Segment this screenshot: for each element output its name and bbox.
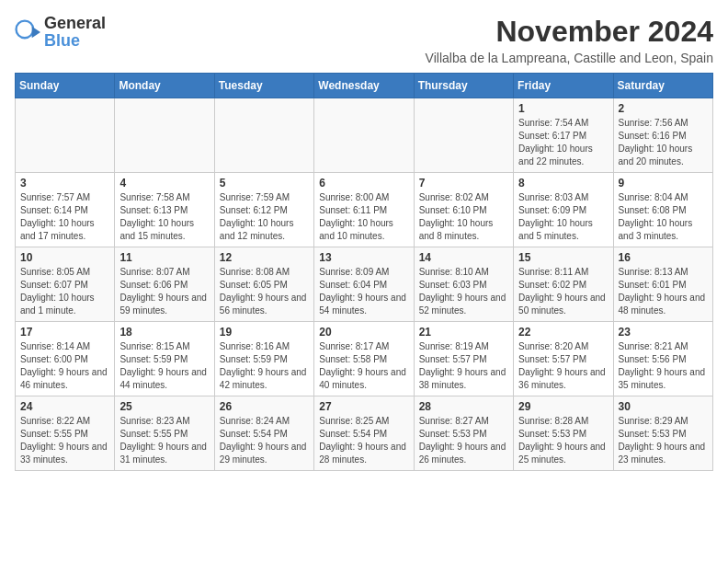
day-number: 18 xyxy=(119,326,209,339)
day-number: 29 xyxy=(518,400,608,413)
day-number: 27 xyxy=(319,400,408,413)
weekday-header: Sunday xyxy=(16,74,115,98)
calendar-cell: 4Sunrise: 7:58 AM Sunset: 6:13 PM Daylig… xyxy=(115,173,214,247)
day-number: 23 xyxy=(619,326,708,339)
day-info: Sunrise: 8:09 AM Sunset: 6:04 PM Dayligh… xyxy=(319,266,408,317)
weekday-header: Saturday xyxy=(613,74,712,98)
calendar-cell: 20Sunrise: 8:17 AM Sunset: 5:58 PM Dayli… xyxy=(314,322,414,396)
calendar-cell xyxy=(314,98,414,173)
calendar-cell: 3Sunrise: 7:57 AM Sunset: 6:14 PM Daylig… xyxy=(16,173,115,247)
day-number: 13 xyxy=(319,251,408,264)
day-number: 17 xyxy=(20,326,109,339)
calendar-cell: 10Sunrise: 8:05 AM Sunset: 6:07 PM Dayli… xyxy=(16,247,115,322)
day-info: Sunrise: 8:07 AM Sunset: 6:06 PM Dayligh… xyxy=(119,266,209,317)
calendar-cell: 16Sunrise: 8:13 AM Sunset: 6:01 PM Dayli… xyxy=(613,247,712,322)
day-info: Sunrise: 8:29 AM Sunset: 5:53 PM Dayligh… xyxy=(619,415,708,466)
day-info: Sunrise: 8:10 AM Sunset: 6:03 PM Dayligh… xyxy=(419,266,508,317)
day-info: Sunrise: 8:00 AM Sunset: 6:11 PM Dayligh… xyxy=(319,191,408,243)
day-number: 14 xyxy=(419,251,508,264)
day-info: Sunrise: 8:25 AM Sunset: 5:54 PM Dayligh… xyxy=(319,415,408,466)
calendar-cell: 22Sunrise: 8:20 AM Sunset: 5:57 PM Dayli… xyxy=(514,322,613,396)
day-number: 25 xyxy=(119,400,209,413)
calendar-cell xyxy=(414,98,513,173)
day-info: Sunrise: 7:57 AM Sunset: 6:14 PM Dayligh… xyxy=(20,191,109,243)
calendar-cell: 11Sunrise: 8:07 AM Sunset: 6:06 PM Dayli… xyxy=(115,247,214,322)
calendar-cell: 26Sunrise: 8:24 AM Sunset: 5:54 PM Dayli… xyxy=(214,396,313,471)
calendar-week-row: 17Sunrise: 8:14 AM Sunset: 6:00 PM Dayli… xyxy=(16,322,713,396)
calendar-cell xyxy=(214,98,313,173)
day-number: 5 xyxy=(220,177,309,190)
day-info: Sunrise: 8:15 AM Sunset: 5:59 PM Dayligh… xyxy=(119,340,209,392)
calendar-cell: 9Sunrise: 8:04 AM Sunset: 6:08 PM Daylig… xyxy=(613,173,712,247)
day-info: Sunrise: 8:23 AM Sunset: 5:55 PM Dayligh… xyxy=(119,415,209,466)
calendar-cell: 28Sunrise: 8:27 AM Sunset: 5:53 PM Dayli… xyxy=(414,396,513,471)
weekday-header: Thursday xyxy=(414,74,513,98)
logo-general-text: General Blue xyxy=(44,15,106,50)
svg-point-0 xyxy=(17,21,34,39)
day-number: 3 xyxy=(20,177,109,190)
day-info: Sunrise: 8:22 AM Sunset: 5:55 PM Dayligh… xyxy=(20,415,109,466)
day-number: 12 xyxy=(220,251,309,264)
calendar-cell: 27Sunrise: 8:25 AM Sunset: 5:54 PM Dayli… xyxy=(314,396,414,471)
day-info: Sunrise: 8:16 AM Sunset: 5:59 PM Dayligh… xyxy=(220,340,309,392)
day-number: 10 xyxy=(20,251,109,264)
calendar-cell: 1Sunrise: 7:54 AM Sunset: 6:17 PM Daylig… xyxy=(514,98,613,173)
calendar-cell: 25Sunrise: 8:23 AM Sunset: 5:55 PM Dayli… xyxy=(115,396,214,471)
calendar-cell: 23Sunrise: 8:21 AM Sunset: 5:56 PM Dayli… xyxy=(613,322,712,396)
day-number: 19 xyxy=(220,326,309,339)
calendar-cell xyxy=(16,98,115,173)
day-number: 2 xyxy=(619,102,708,115)
calendar-table: SundayMondayTuesdayWednesdayThursdayFrid… xyxy=(15,73,713,471)
day-number: 24 xyxy=(20,400,109,413)
calendar-week-row: 3Sunrise: 7:57 AM Sunset: 6:14 PM Daylig… xyxy=(16,173,713,247)
day-number: 20 xyxy=(319,326,408,339)
calendar-week-row: 24Sunrise: 8:22 AM Sunset: 5:55 PM Dayli… xyxy=(16,396,713,471)
day-number: 16 xyxy=(619,251,708,264)
day-info: Sunrise: 8:24 AM Sunset: 5:54 PM Dayligh… xyxy=(220,415,309,466)
day-info: Sunrise: 7:58 AM Sunset: 6:13 PM Dayligh… xyxy=(119,191,209,243)
title-area: November 2024 Villalba de la Lampreana, … xyxy=(106,15,713,65)
day-info: Sunrise: 8:14 AM Sunset: 6:00 PM Dayligh… xyxy=(20,340,109,392)
header: General Blue November 2024 Villalba de l… xyxy=(15,15,713,65)
weekday-header: Monday xyxy=(115,74,214,98)
day-info: Sunrise: 8:11 AM Sunset: 6:02 PM Dayligh… xyxy=(518,266,608,317)
day-info: Sunrise: 8:17 AM Sunset: 5:58 PM Dayligh… xyxy=(319,340,408,392)
day-info: Sunrise: 8:27 AM Sunset: 5:53 PM Dayligh… xyxy=(419,415,508,466)
calendar-cell: 2Sunrise: 7:56 AM Sunset: 6:16 PM Daylig… xyxy=(613,98,712,173)
calendar-cell: 15Sunrise: 8:11 AM Sunset: 6:02 PM Dayli… xyxy=(514,247,613,322)
calendar-cell: 17Sunrise: 8:14 AM Sunset: 6:00 PM Dayli… xyxy=(16,322,115,396)
day-info: Sunrise: 7:54 AM Sunset: 6:17 PM Dayligh… xyxy=(518,117,608,168)
day-info: Sunrise: 7:56 AM Sunset: 6:16 PM Dayligh… xyxy=(619,117,708,168)
day-number: 7 xyxy=(419,177,508,190)
location-subtitle: Villalba de la Lampreana, Castille and L… xyxy=(124,51,713,65)
calendar-cell xyxy=(115,98,214,173)
day-number: 8 xyxy=(518,177,608,190)
day-number: 28 xyxy=(419,400,508,413)
day-info: Sunrise: 8:08 AM Sunset: 6:05 PM Dayligh… xyxy=(220,266,309,317)
calendar-cell: 14Sunrise: 8:10 AM Sunset: 6:03 PM Dayli… xyxy=(414,247,513,322)
day-info: Sunrise: 7:59 AM Sunset: 6:12 PM Dayligh… xyxy=(220,191,309,243)
calendar-cell: 8Sunrise: 8:03 AM Sunset: 6:09 PM Daylig… xyxy=(514,173,613,247)
calendar-cell: 18Sunrise: 8:15 AM Sunset: 5:59 PM Dayli… xyxy=(115,322,214,396)
weekday-header-row: SundayMondayTuesdayWednesdayThursdayFrid… xyxy=(16,74,713,98)
weekday-header: Tuesday xyxy=(214,74,313,98)
calendar-week-row: 10Sunrise: 8:05 AM Sunset: 6:07 PM Dayli… xyxy=(16,247,713,322)
logo-icon xyxy=(15,19,40,45)
day-number: 6 xyxy=(319,177,408,190)
calendar-cell: 19Sunrise: 8:16 AM Sunset: 5:59 PM Dayli… xyxy=(214,322,313,396)
calendar-cell: 12Sunrise: 8:08 AM Sunset: 6:05 PM Dayli… xyxy=(214,247,313,322)
calendar-cell: 6Sunrise: 8:00 AM Sunset: 6:11 PM Daylig… xyxy=(314,173,414,247)
day-info: Sunrise: 8:04 AM Sunset: 6:08 PM Dayligh… xyxy=(619,191,708,243)
calendar-cell: 30Sunrise: 8:29 AM Sunset: 5:53 PM Dayli… xyxy=(613,396,712,471)
day-number: 21 xyxy=(419,326,508,339)
calendar-week-row: 1Sunrise: 7:54 AM Sunset: 6:17 PM Daylig… xyxy=(16,98,713,173)
day-number: 9 xyxy=(619,177,708,190)
day-number: 22 xyxy=(518,326,608,339)
day-info: Sunrise: 8:13 AM Sunset: 6:01 PM Dayligh… xyxy=(619,266,708,317)
calendar-cell: 21Sunrise: 8:19 AM Sunset: 5:57 PM Dayli… xyxy=(414,322,513,396)
calendar-cell: 29Sunrise: 8:28 AM Sunset: 5:53 PM Dayli… xyxy=(514,396,613,471)
day-info: Sunrise: 8:19 AM Sunset: 5:57 PM Dayligh… xyxy=(419,340,508,392)
calendar-cell: 5Sunrise: 7:59 AM Sunset: 6:12 PM Daylig… xyxy=(214,173,313,247)
svg-marker-1 xyxy=(32,27,40,38)
day-info: Sunrise: 8:03 AM Sunset: 6:09 PM Dayligh… xyxy=(518,191,608,243)
